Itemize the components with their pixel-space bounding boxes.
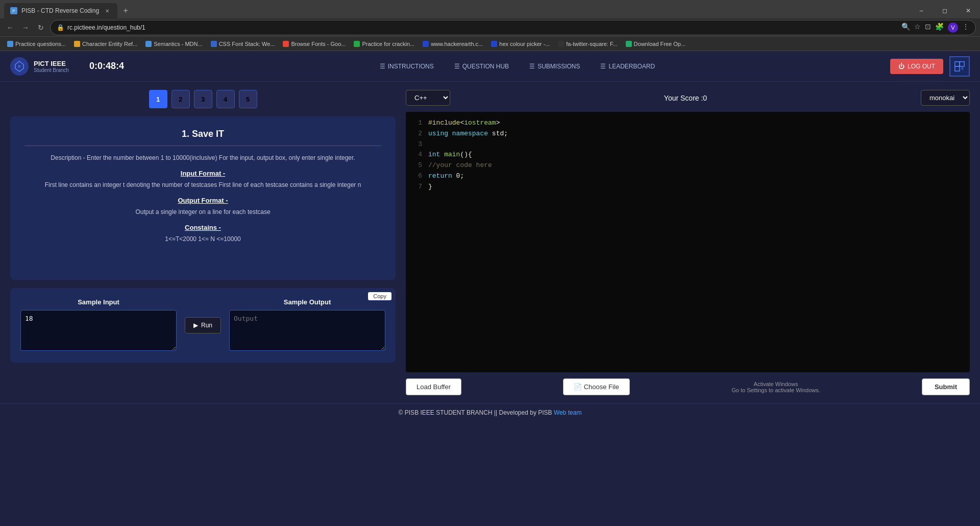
- bookmark-label: www.hackerearth.c...: [431, 41, 483, 47]
- logo-icon: P: [10, 57, 29, 76]
- code-line-1: 1 #include<iostream>: [412, 118, 964, 129]
- code-line-2: 2 using namespace std;: [412, 129, 964, 139]
- bookmark-practice[interactable]: Practice questions...: [4, 40, 69, 48]
- left-panel: 1 2 3 4 5 1. Save IT Description - Enter…: [10, 90, 396, 395]
- bookmark-entity[interactable]: Character Entity Ref...: [71, 40, 140, 48]
- question-tab-5[interactable]: 5: [239, 90, 257, 108]
- url-icons: 🔍 ☆ ⊡ 🧩 V ⋮: [901, 22, 969, 33]
- bookmark-favicon: [283, 41, 289, 47]
- bookmark-star-icon[interactable]: ☆: [914, 22, 921, 33]
- windows-notice-line2: Go to Settings to activate Windows.: [731, 387, 820, 393]
- bookmark-favicon: [626, 41, 632, 47]
- code-line-4: 4 int main(){: [412, 150, 964, 160]
- active-tab[interactable]: P PISB - CTD Reverse Coding ✕: [4, 3, 117, 18]
- sample-output-textarea[interactable]: [229, 310, 385, 351]
- question-tab-4[interactable]: 4: [216, 90, 235, 108]
- instructions-icon: ☰: [380, 63, 385, 70]
- url-text: rc.pictieee.in/question_hub/1: [67, 24, 145, 31]
- nav-right-icon[interactable]: R: [949, 56, 970, 77]
- logout-label: LOG OUT: [908, 63, 935, 70]
- logout-button[interactable]: ⏻ LOG OUT: [890, 59, 943, 74]
- submissions-icon: ☰: [529, 63, 535, 70]
- line-number: 1: [412, 118, 422, 129]
- code-editor[interactable]: 1 #include<iostream> 2 using namespace s…: [406, 112, 970, 372]
- bookmark-semantics[interactable]: Semantics - MDN...: [142, 40, 205, 48]
- submit-button[interactable]: Submit: [922, 378, 970, 395]
- svg-rect-3: [960, 61, 964, 66]
- bookmark-fa[interactable]: fa-twitter-square: F...: [555, 40, 620, 48]
- bookmark-label: CSS Font Stack: We...: [219, 41, 275, 47]
- bookmark-hex[interactable]: hex colour picker -...: [488, 40, 553, 48]
- code-content: return 0;: [428, 171, 464, 182]
- maximize-button[interactable]: ◻: [933, 3, 957, 18]
- back-button[interactable]: ←: [4, 21, 16, 34]
- bookmark-practice2[interactable]: Practice for crackin...: [351, 40, 418, 48]
- bookmark-favicon: [354, 41, 360, 47]
- sample-output-box: Sample Output: [229, 298, 385, 352]
- svg-text:P: P: [18, 65, 21, 68]
- menu-icon[interactable]: ⋮: [962, 22, 969, 33]
- app-wrapper: P PICT IEEE Student Branch 0:0:48:4 ☰ IN…: [0, 51, 980, 526]
- bookmark-label: Download Free Op...: [634, 41, 686, 47]
- footer-text: © PISB IEEE STUDENT BRANCH || Developed …: [399, 409, 552, 416]
- bookmark-favicon: [211, 41, 217, 47]
- nav-instructions[interactable]: ☰ INSTRUCTIONS: [376, 61, 438, 72]
- new-tab-button[interactable]: +: [119, 5, 132, 17]
- question-tab-1[interactable]: 1: [149, 90, 167, 108]
- theme-select[interactable]: monokai default: [921, 90, 970, 106]
- bookmark-label: hex colour picker -...: [499, 41, 550, 47]
- footer: © PISB IEEE STUDENT BRANCH || Developed …: [0, 403, 980, 421]
- bookmark-favicon: [145, 41, 152, 47]
- bookmark-fonts[interactable]: Browse Fonts - Goo...: [280, 40, 349, 48]
- code-content: int main(){: [428, 150, 472, 160]
- nav-question-hub-label: QUESTION HUB: [462, 63, 509, 70]
- code-content: [428, 139, 432, 150]
- bookmark-favicon: [558, 41, 564, 47]
- timer: 0:0:48:4: [89, 61, 124, 71]
- copy-button[interactable]: Copy: [368, 292, 391, 300]
- windows-notice-line1: Activate Windows: [731, 381, 820, 387]
- nav-submissions-label: SUBMISSIONS: [537, 63, 580, 70]
- close-window-button[interactable]: ✕: [957, 3, 980, 18]
- constraints-heading: Constains -: [24, 224, 381, 231]
- bookmark-download[interactable]: Download Free Op...: [623, 40, 689, 48]
- load-buffer-button[interactable]: Load Buffer: [406, 378, 461, 395]
- logo-title: PICT IEEE: [34, 60, 69, 67]
- url-bar[interactable]: 🔒 rc.pictieee.in/question_hub/1 🔍 ☆ ⊡ 🧩 …: [50, 20, 976, 35]
- line-number: 4: [412, 150, 422, 160]
- bookmarks-bar: Practice questions... Character Entity R…: [0, 37, 980, 51]
- tab-title: PISB - CTD Reverse Coding: [21, 7, 99, 14]
- zoom-icon: 🔍: [901, 22, 910, 33]
- sample-input-box: Sample Input 18: [20, 298, 177, 352]
- line-number: 5: [412, 160, 422, 171]
- app-nav: P PICT IEEE Student Branch 0:0:48:4 ☰ IN…: [0, 51, 980, 82]
- extensions-icon[interactable]: 🧩: [935, 22, 944, 33]
- language-select[interactable]: C++ C Java Python: [406, 90, 450, 106]
- forward-button[interactable]: →: [19, 21, 32, 34]
- nav-leaderboard[interactable]: ☰ LEADERBOARD: [596, 61, 659, 72]
- sample-input-textarea[interactable]: 18: [20, 310, 177, 351]
- choose-file-button[interactable]: 📄 Choose File: [563, 378, 630, 395]
- run-label: Run: [201, 322, 212, 329]
- logo-subtitle: Student Branch: [34, 67, 69, 73]
- question-tab-2[interactable]: 2: [172, 90, 190, 108]
- tab-close-button[interactable]: ✕: [103, 7, 111, 15]
- minimize-button[interactable]: –: [910, 3, 933, 18]
- nav-links: ☰ INSTRUCTIONS ☰ QUESTION HUB ☰ SUBMISSI…: [144, 61, 890, 72]
- bookmark-hackerearth[interactable]: www.hackerearth.c...: [420, 40, 486, 48]
- run-icon: ▶: [193, 322, 198, 329]
- profile-icon[interactable]: V: [948, 22, 958, 33]
- refresh-button[interactable]: ↻: [35, 21, 47, 34]
- bookmark-label: fa-twitter-square: F...: [566, 41, 617, 47]
- run-button[interactable]: ▶ Run: [185, 317, 221, 333]
- nav-question-hub[interactable]: ☰ QUESTION HUB: [450, 61, 513, 72]
- nav-submissions[interactable]: ☰ SUBMISSIONS: [525, 61, 584, 72]
- code-line-3: 3: [412, 139, 964, 150]
- question-tab-3[interactable]: 3: [194, 90, 212, 108]
- footer-web-team-link[interactable]: Web team: [554, 409, 581, 416]
- bookmark-favicon: [74, 41, 80, 47]
- question-hub-icon: ☰: [454, 63, 460, 70]
- logo-text: PICT IEEE Student Branch: [34, 60, 69, 73]
- bookmark-favicon: [423, 41, 429, 47]
- bookmark-css-font[interactable]: CSS Font Stack: We...: [208, 40, 278, 48]
